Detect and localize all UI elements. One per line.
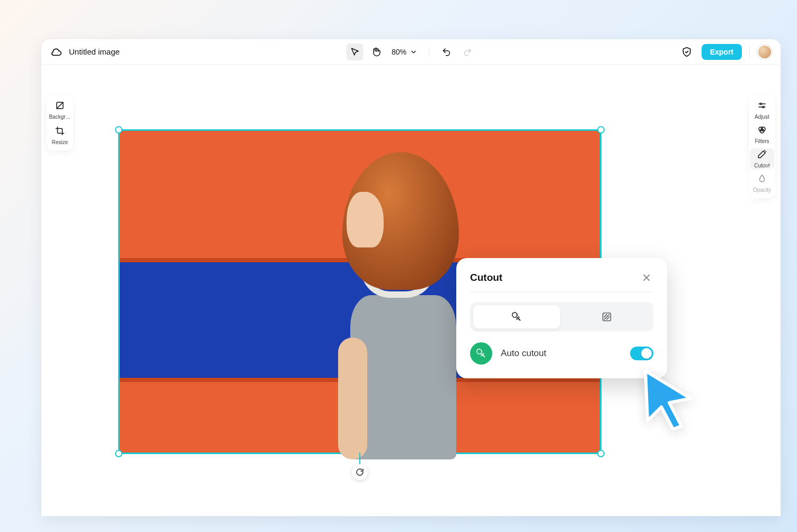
sidebar-item-opacity[interactable]: Opacity xyxy=(750,173,774,194)
app-window: Untitled image 80% xyxy=(41,39,781,516)
sidebar-item-label: Opacity xyxy=(753,187,771,193)
filters-icon xyxy=(757,125,767,137)
divider xyxy=(749,46,750,58)
resize-handle-bottom-right[interactable] xyxy=(597,450,605,457)
chevron-down-icon xyxy=(410,48,417,56)
right-sidebar: Adjust Filters Cutout Opacity xyxy=(749,95,775,198)
divider xyxy=(470,292,653,292)
panel-header: Cutout xyxy=(470,271,653,285)
eraser-icon xyxy=(601,311,613,323)
cutout-panel: Cutout xyxy=(456,258,667,378)
sidebar-item-label: Filters xyxy=(755,138,769,144)
resize-handle-top-right[interactable] xyxy=(597,126,605,134)
svg-line-1 xyxy=(57,102,63,109)
zoom-control[interactable]: 80% xyxy=(388,48,420,56)
auto-cutout-toggle[interactable] xyxy=(630,347,653,360)
sidebar-item-background[interactable]: Backgr… xyxy=(48,100,72,121)
select-tool-button[interactable] xyxy=(346,43,363,60)
cutout-mode-tabs xyxy=(470,302,653,332)
avatar[interactable] xyxy=(757,45,772,59)
divider xyxy=(429,46,429,58)
cursor-illustration xyxy=(640,367,696,432)
auto-cutout-row: Auto cutout xyxy=(470,342,653,365)
left-sidebar: Backgr… Resize xyxy=(47,95,73,150)
sidebar-item-cutout[interactable]: Cutout xyxy=(750,148,774,170)
crop-icon xyxy=(55,126,65,138)
document-title[interactable]: Untitled image xyxy=(69,47,120,56)
sidebar-item-label: Resize xyxy=(52,139,68,145)
svg-point-17 xyxy=(477,349,482,354)
sidebar-item-filters[interactable]: Filters xyxy=(750,124,774,145)
rotate-connector xyxy=(359,453,360,464)
auto-cutout-icon xyxy=(470,342,492,365)
sidebar-item-label: Backgr… xyxy=(49,114,70,120)
sidebar-item-label: Cutout xyxy=(754,163,769,169)
sidebar-item-adjust[interactable]: Adjust xyxy=(750,100,774,121)
canvas-area: Backgr… Resize Adjust Filters xyxy=(41,65,781,516)
sidebar-item-label: Adjust xyxy=(755,114,769,120)
topbar-right: Export xyxy=(679,44,772,60)
droplet-icon xyxy=(757,174,767,185)
svg-line-15 xyxy=(604,314,607,317)
svg-point-5 xyxy=(763,107,764,108)
panel-title: Cutout xyxy=(470,272,502,283)
magic-wand-icon xyxy=(757,149,767,161)
sliders-icon xyxy=(757,101,767,112)
rotate-handle[interactable] xyxy=(352,464,368,480)
hand-tool-button[interactable] xyxy=(367,43,384,60)
topbar-left: Untitled image xyxy=(50,46,120,58)
resize-handle-top-left[interactable] xyxy=(115,126,122,134)
zoom-value: 80% xyxy=(392,48,406,56)
close-button[interactable] xyxy=(640,271,653,285)
auto-cutout-label: Auto cutout xyxy=(501,348,546,359)
svg-point-4 xyxy=(760,103,761,105)
toggle-knob xyxy=(641,348,652,359)
svg-line-14 xyxy=(604,314,609,319)
undo-button[interactable] xyxy=(438,43,455,60)
tab-eraser[interactable] xyxy=(563,305,650,329)
background-icon xyxy=(55,101,65,112)
cloud-icon[interactable] xyxy=(50,46,63,58)
shield-icon[interactable] xyxy=(679,45,694,59)
topbar-center: 80% xyxy=(346,43,476,60)
svg-line-16 xyxy=(607,317,609,320)
resize-handle-bottom-left[interactable] xyxy=(115,450,122,457)
sidebar-item-resize[interactable]: Resize xyxy=(48,125,72,146)
svg-point-12 xyxy=(512,313,517,317)
magic-wand-icon xyxy=(511,311,523,323)
redo-button[interactable] xyxy=(459,43,476,60)
image-subject xyxy=(289,136,459,454)
topbar: Untitled image 80% xyxy=(41,39,781,65)
tab-auto-cutout[interactable] xyxy=(473,305,560,329)
export-button[interactable]: Export xyxy=(702,44,742,60)
